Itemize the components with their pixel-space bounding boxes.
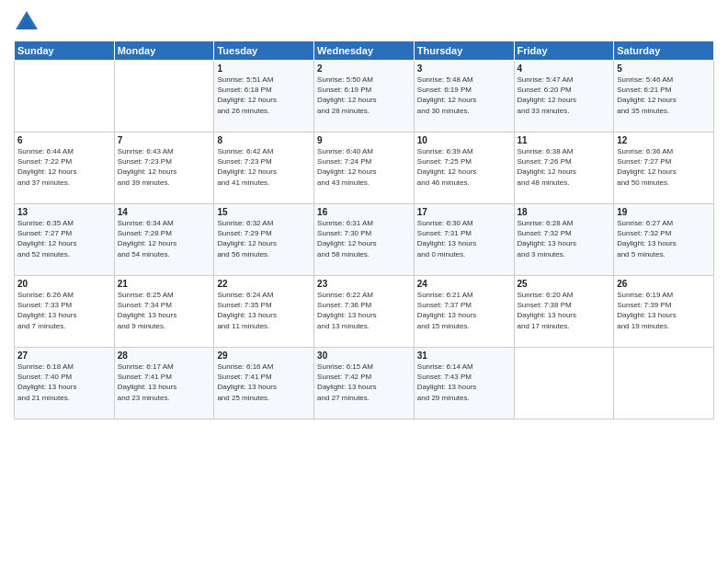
calendar-cell: 14Sunrise: 6:34 AM Sunset: 7:28 PM Dayli… xyxy=(114,204,214,276)
day-number: 16 xyxy=(317,207,411,217)
day-header-thursday: Thursday xyxy=(414,41,514,61)
calendar-cell: 27Sunrise: 6:18 AM Sunset: 7:40 PM Dayli… xyxy=(15,348,115,419)
calendar-table: SundayMondayTuesdayWednesdayThursdayFrid… xyxy=(14,40,714,419)
day-header-saturday: Saturday xyxy=(614,41,714,61)
day-number: 7 xyxy=(118,135,211,145)
calendar-cell: 25Sunrise: 6:20 AM Sunset: 7:38 PM Dayli… xyxy=(514,276,614,348)
calendar-cell: 8Sunrise: 6:42 AM Sunset: 7:23 PM Daylig… xyxy=(214,132,314,204)
calendar-cell: 16Sunrise: 6:31 AM Sunset: 7:30 PM Dayli… xyxy=(314,204,415,276)
day-header-monday: Monday xyxy=(114,41,214,61)
day-number: 8 xyxy=(217,135,311,145)
day-detail: Sunrise: 6:42 AM Sunset: 7:23 PM Dayligh… xyxy=(217,146,311,188)
calendar-cell xyxy=(614,348,714,419)
day-header-friday: Friday xyxy=(514,41,614,61)
day-detail: Sunrise: 6:36 AM Sunset: 7:27 PM Dayligh… xyxy=(617,146,711,188)
week-row-4: 20Sunrise: 6:26 AM Sunset: 7:33 PM Dayli… xyxy=(15,276,714,348)
logo xyxy=(14,9,43,35)
day-detail: Sunrise: 5:50 AM Sunset: 6:19 PM Dayligh… xyxy=(317,75,411,116)
calendar-cell: 21Sunrise: 6:25 AM Sunset: 7:34 PM Dayli… xyxy=(114,276,214,348)
day-detail: Sunrise: 6:15 AM Sunset: 7:42 PM Dayligh… xyxy=(317,362,411,403)
day-detail: Sunrise: 6:16 AM Sunset: 7:41 PM Dayligh… xyxy=(217,362,311,403)
calendar-cell: 11Sunrise: 6:38 AM Sunset: 7:26 PM Dayli… xyxy=(514,132,614,204)
day-number: 31 xyxy=(417,350,511,361)
day-detail: Sunrise: 6:28 AM Sunset: 7:32 PM Dayligh… xyxy=(518,218,611,259)
page: SundayMondayTuesdayWednesdayThursdayFrid… xyxy=(0,0,728,563)
day-number: 19 xyxy=(617,207,711,217)
day-number: 9 xyxy=(317,135,411,145)
day-detail: Sunrise: 5:46 AM Sunset: 6:21 PM Dayligh… xyxy=(617,75,711,116)
calendar-cell: 28Sunrise: 6:17 AM Sunset: 7:41 PM Dayli… xyxy=(114,348,214,419)
header-row: SundayMondayTuesdayWednesdayThursdayFrid… xyxy=(15,41,714,61)
calendar-cell: 31Sunrise: 6:14 AM Sunset: 7:43 PM Dayli… xyxy=(414,348,514,419)
day-number: 25 xyxy=(518,279,611,289)
day-number: 12 xyxy=(617,135,711,145)
calendar-cell: 1Sunrise: 5:51 AM Sunset: 6:18 PM Daylig… xyxy=(214,61,314,132)
day-number: 2 xyxy=(317,63,411,74)
week-row-5: 27Sunrise: 6:18 AM Sunset: 7:40 PM Dayli… xyxy=(15,348,714,419)
day-number: 17 xyxy=(417,207,511,217)
day-number: 1 xyxy=(217,63,311,74)
week-row-1: 1Sunrise: 5:51 AM Sunset: 6:18 PM Daylig… xyxy=(15,61,714,132)
day-detail: Sunrise: 6:26 AM Sunset: 7:33 PM Dayligh… xyxy=(17,290,111,331)
calendar-cell xyxy=(514,348,614,419)
day-detail: Sunrise: 6:31 AM Sunset: 7:30 PM Dayligh… xyxy=(317,218,411,259)
day-number: 10 xyxy=(417,135,511,145)
day-detail: Sunrise: 6:18 AM Sunset: 7:40 PM Dayligh… xyxy=(17,362,111,403)
calendar-cell: 7Sunrise: 6:43 AM Sunset: 7:23 PM Daylig… xyxy=(114,132,214,204)
day-number: 20 xyxy=(17,279,111,289)
week-row-3: 13Sunrise: 6:35 AM Sunset: 7:27 PM Dayli… xyxy=(15,204,714,276)
day-number: 23 xyxy=(317,279,411,289)
day-detail: Sunrise: 6:39 AM Sunset: 7:25 PM Dayligh… xyxy=(417,146,511,188)
day-detail: Sunrise: 6:35 AM Sunset: 7:27 PM Dayligh… xyxy=(17,218,111,259)
day-detail: Sunrise: 6:21 AM Sunset: 7:37 PM Dayligh… xyxy=(417,290,511,331)
calendar-cell: 23Sunrise: 6:22 AM Sunset: 7:36 PM Dayli… xyxy=(314,276,415,348)
day-number: 13 xyxy=(17,207,111,217)
calendar-cell: 4Sunrise: 5:47 AM Sunset: 6:20 PM Daylig… xyxy=(514,61,614,132)
calendar-cell: 18Sunrise: 6:28 AM Sunset: 7:32 PM Dayli… xyxy=(514,204,614,276)
day-header-wednesday: Wednesday xyxy=(314,41,415,61)
day-number: 6 xyxy=(17,135,111,145)
day-header-sunday: Sunday xyxy=(15,41,115,61)
day-number: 4 xyxy=(518,63,611,74)
day-detail: Sunrise: 5:48 AM Sunset: 6:19 PM Dayligh… xyxy=(417,75,511,116)
day-number: 27 xyxy=(17,350,111,361)
logo-icon xyxy=(14,9,40,35)
calendar-cell: 30Sunrise: 6:15 AM Sunset: 7:42 PM Dayli… xyxy=(314,348,415,419)
day-detail: Sunrise: 5:47 AM Sunset: 6:20 PM Dayligh… xyxy=(518,75,611,116)
day-detail: Sunrise: 6:40 AM Sunset: 7:24 PM Dayligh… xyxy=(317,146,411,188)
calendar-cell: 24Sunrise: 6:21 AM Sunset: 7:37 PM Dayli… xyxy=(414,276,514,348)
day-detail: Sunrise: 5:51 AM Sunset: 6:18 PM Dayligh… xyxy=(217,75,311,116)
day-detail: Sunrise: 6:38 AM Sunset: 7:26 PM Dayligh… xyxy=(518,146,611,188)
day-number: 14 xyxy=(118,207,211,217)
day-detail: Sunrise: 6:22 AM Sunset: 7:36 PM Dayligh… xyxy=(317,290,411,331)
calendar-cell: 17Sunrise: 6:30 AM Sunset: 7:31 PM Dayli… xyxy=(414,204,514,276)
calendar-cell: 10Sunrise: 6:39 AM Sunset: 7:25 PM Dayli… xyxy=(414,132,514,204)
calendar-cell: 13Sunrise: 6:35 AM Sunset: 7:27 PM Dayli… xyxy=(15,204,115,276)
day-number: 21 xyxy=(118,279,211,289)
day-number: 5 xyxy=(617,63,711,74)
header xyxy=(14,9,714,35)
calendar-cell: 3Sunrise: 5:48 AM Sunset: 6:19 PM Daylig… xyxy=(414,61,514,132)
day-detail: Sunrise: 6:27 AM Sunset: 7:32 PM Dayligh… xyxy=(617,218,711,259)
day-detail: Sunrise: 6:25 AM Sunset: 7:34 PM Dayligh… xyxy=(118,290,211,331)
day-detail: Sunrise: 6:14 AM Sunset: 7:43 PM Dayligh… xyxy=(417,362,511,403)
calendar-cell: 26Sunrise: 6:19 AM Sunset: 7:39 PM Dayli… xyxy=(614,276,714,348)
day-detail: Sunrise: 6:24 AM Sunset: 7:35 PM Dayligh… xyxy=(217,290,311,331)
calendar-cell xyxy=(15,61,115,132)
day-detail: Sunrise: 6:34 AM Sunset: 7:28 PM Dayligh… xyxy=(118,218,211,259)
day-detail: Sunrise: 6:43 AM Sunset: 7:23 PM Dayligh… xyxy=(118,146,211,188)
day-number: 24 xyxy=(417,279,511,289)
calendar-cell: 2Sunrise: 5:50 AM Sunset: 6:19 PM Daylig… xyxy=(314,61,415,132)
calendar-cell: 9Sunrise: 6:40 AM Sunset: 7:24 PM Daylig… xyxy=(314,132,415,204)
calendar-cell: 29Sunrise: 6:16 AM Sunset: 7:41 PM Dayli… xyxy=(214,348,314,419)
day-detail: Sunrise: 6:32 AM Sunset: 7:29 PM Dayligh… xyxy=(217,218,311,259)
day-number: 29 xyxy=(217,350,311,361)
day-detail: Sunrise: 6:19 AM Sunset: 7:39 PM Dayligh… xyxy=(617,290,711,331)
day-number: 18 xyxy=(518,207,611,217)
calendar-cell: 15Sunrise: 6:32 AM Sunset: 7:29 PM Dayli… xyxy=(214,204,314,276)
day-number: 3 xyxy=(417,63,511,74)
calendar-cell: 22Sunrise: 6:24 AM Sunset: 7:35 PM Dayli… xyxy=(214,276,314,348)
day-detail: Sunrise: 6:17 AM Sunset: 7:41 PM Dayligh… xyxy=(118,362,211,403)
day-number: 11 xyxy=(518,135,611,145)
calendar-cell: 6Sunrise: 6:44 AM Sunset: 7:22 PM Daylig… xyxy=(15,132,115,204)
